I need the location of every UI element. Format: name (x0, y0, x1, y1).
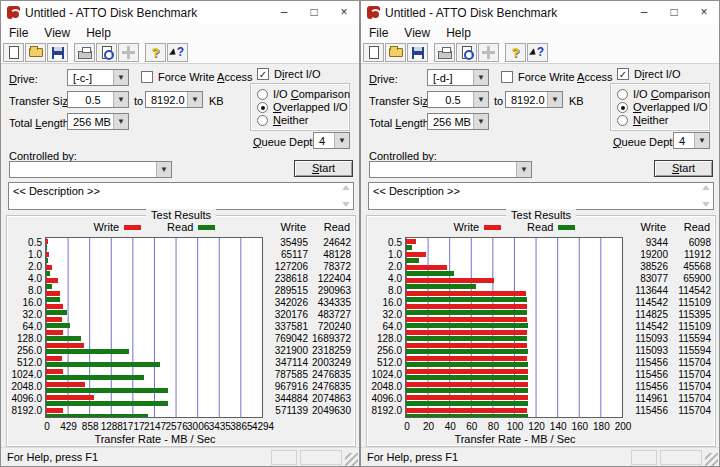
minimize-button[interactable]: – (629, 1, 659, 24)
description-box[interactable]: << Description >> (368, 182, 714, 210)
queue-depth-select[interactable]: 4 ▼ (673, 132, 710, 149)
read-column-header: Read (666, 221, 710, 233)
menu-item-view[interactable]: View (36, 26, 78, 40)
bar-row (406, 265, 622, 277)
chevron-down-icon: ▼ (187, 92, 202, 107)
drive-select[interactable]: [-d-] ▼ (427, 69, 489, 86)
io-comparison-radio[interactable]: I/O Comparison (257, 88, 350, 100)
scroll-up-icon[interactable] (702, 185, 710, 190)
description-box[interactable]: << Description >> (8, 182, 354, 210)
toolbar-button-save[interactable] (407, 43, 428, 62)
toolbar-button-help[interactable]: ? (505, 43, 526, 62)
y-axis-label: 8.0 (9, 285, 45, 297)
toolbar-button-print[interactable] (434, 43, 455, 62)
minimize-button[interactable]: – (269, 1, 299, 24)
neither-radio[interactable]: Neither (257, 114, 308, 126)
table-row: 6511748128 (265, 249, 353, 261)
force-write-access-checkbox[interactable]: Force Write Access (501, 71, 613, 83)
transfer-to-value: 8192.0 (506, 94, 547, 106)
menu-item-view[interactable]: View (396, 26, 438, 40)
controlled-by-select[interactable]: ▼ (9, 161, 172, 178)
transfer-size-to-select[interactable]: 8192.0 ▼ (505, 91, 563, 108)
toolbar-button-help[interactable]: ? (145, 43, 166, 62)
toolbar-button-new-document[interactable] (3, 43, 24, 62)
write-value: 344884 (265, 393, 308, 405)
write-value: 115456 (625, 381, 668, 393)
start-button[interactable]: Start (294, 160, 353, 177)
toolbar-button-pan[interactable] (118, 43, 139, 62)
read-value: 2074863 (308, 393, 351, 405)
write-value: 115456 (625, 405, 668, 417)
app-icon (367, 6, 380, 19)
toolbar-button-print-preview[interactable] (96, 43, 117, 62)
total-length-label: Total Length: (369, 117, 432, 129)
resize-grip[interactable] (345, 453, 358, 466)
scroll-down-icon[interactable] (342, 202, 350, 207)
direct-io-label: Direct I/O (634, 68, 680, 80)
bar-row (46, 356, 262, 368)
menu-item-help[interactable]: Help (438, 26, 479, 40)
force-write-access-checkbox[interactable]: Force Write Access (141, 71, 253, 83)
y-axis-label: 32.0 (9, 309, 45, 321)
description-scrollbar[interactable] (339, 183, 353, 209)
maximize-button[interactable]: □ (299, 1, 329, 24)
close-button[interactable]: × (689, 1, 719, 24)
direct-io-checkbox[interactable]: ✓ Direct I/O (257, 68, 320, 80)
titlebar[interactable]: Untitled - ATTO Disk Benchmark – □ × (1, 1, 359, 24)
open-file-icon (389, 48, 403, 57)
overlapped-io-radio[interactable]: Overlapped I/O (617, 101, 708, 113)
total-length-label: Total Length: (9, 117, 72, 129)
write-bar (406, 369, 528, 374)
transfer-size-from-select[interactable]: 0.5 ▼ (427, 91, 489, 108)
controlled-by-select[interactable]: ▼ (369, 161, 532, 178)
toolbar-button-new-document[interactable] (363, 43, 384, 62)
bar-row (406, 330, 622, 342)
table-row: 115093115594 (625, 333, 713, 345)
queue-depth-value: 4 (314, 135, 334, 147)
menu-item-help[interactable]: Help (78, 26, 119, 40)
description-scrollbar[interactable] (699, 183, 713, 209)
neither-radio[interactable]: Neither (617, 114, 668, 126)
status-pane (271, 450, 297, 465)
read-bar (46, 297, 60, 302)
toolbar-button-open-file[interactable] (25, 43, 46, 62)
x-axis-tick: 80 (488, 421, 499, 433)
overlapped-io-radio[interactable]: Overlapped I/O (257, 101, 348, 113)
write-value: 83077 (625, 273, 668, 285)
direct-io-checkbox[interactable]: ✓ Direct I/O (617, 68, 680, 80)
toolbar-button-save[interactable] (47, 43, 68, 62)
bar-row (406, 356, 622, 368)
close-button[interactable]: × (329, 1, 359, 24)
transfer-size-from-select[interactable]: 0.5 ▼ (67, 91, 129, 108)
read-bar (46, 245, 47, 250)
start-button[interactable]: Start (654, 160, 713, 177)
scroll-down-icon[interactable] (702, 202, 710, 207)
toolbar-button-context-help[interactable]: ? (167, 43, 188, 62)
toolbar-button-context-help[interactable]: ? (527, 43, 548, 62)
table-row: 8307765900 (625, 273, 713, 285)
total-length-select[interactable]: 256 MB ▼ (427, 113, 489, 130)
io-comparison-label: I/O Comparison (273, 88, 350, 100)
radio-icon (257, 89, 268, 100)
toolbar-button-pan[interactable] (478, 43, 499, 62)
menu-item-file[interactable]: File (1, 26, 36, 40)
drive-select[interactable]: [-c-] ▼ (67, 69, 129, 86)
table-row: 3852645568 (625, 261, 713, 273)
toolbar-button-print[interactable] (74, 43, 95, 62)
menu-item-file[interactable]: File (361, 26, 396, 40)
queue-depth-select[interactable]: 4 ▼ (313, 132, 350, 149)
io-comparison-radio[interactable]: I/O Comparison (617, 88, 710, 100)
resize-grip[interactable] (705, 453, 718, 466)
toolbar-button-open-file[interactable] (385, 43, 406, 62)
x-axis-ticks: 042985812881717214725763006343538654294 (47, 421, 263, 433)
print-icon (78, 51, 92, 59)
transfer-size-to-select[interactable]: 8192.0 ▼ (145, 91, 203, 108)
maximize-button[interactable]: □ (659, 1, 689, 24)
read-value: 115704 (668, 393, 711, 405)
titlebar[interactable]: Untitled - ATTO Disk Benchmark – □ × (361, 1, 719, 24)
status-pane (660, 450, 702, 465)
total-length-select[interactable]: 256 MB ▼ (67, 113, 129, 130)
toolbar-button-print-preview[interactable] (456, 43, 477, 62)
read-value: 11912 (668, 249, 711, 261)
scroll-up-icon[interactable] (342, 185, 350, 190)
